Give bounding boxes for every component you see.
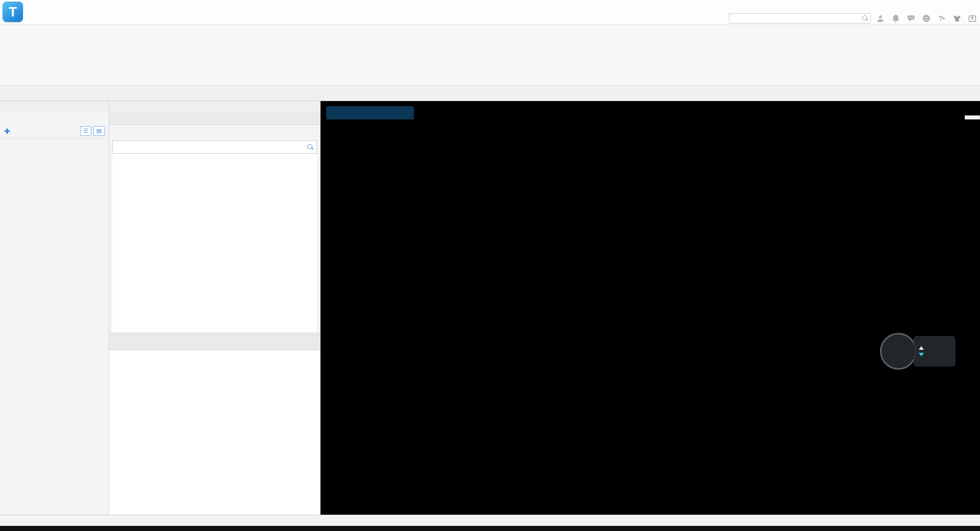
message-chat-icon[interactable] xyxy=(905,13,917,24)
taskbar-strip xyxy=(0,526,980,531)
component-list xyxy=(112,154,317,332)
nav-add-icon[interactable]: ✚ xyxy=(4,127,10,135)
top-area: T ?▾ xyxy=(0,0,980,25)
download-arrow-icon xyxy=(919,353,924,356)
component-panel-strip xyxy=(109,101,320,111)
share-upload-icon[interactable] xyxy=(967,13,978,24)
window-title xyxy=(0,0,980,12)
nav-view-switch: ☰ ▤ xyxy=(80,126,105,136)
view-toolbar xyxy=(965,115,980,119)
mascot-assistant-icon[interactable] xyxy=(921,13,932,24)
component-search-input[interactable] xyxy=(116,143,307,151)
3d-viewport[interactable] xyxy=(321,101,980,515)
titlebar xyxy=(0,0,980,12)
statusbar xyxy=(0,515,980,526)
help-icon[interactable]: ?▾ xyxy=(936,13,947,24)
window-controls xyxy=(910,0,980,11)
component-panel-tabs xyxy=(109,111,320,125)
nav-toolbar: ✚ ☰ ▤ xyxy=(0,124,109,139)
minimize-button[interactable] xyxy=(910,0,933,11)
help-search-box[interactable] xyxy=(729,13,871,23)
ribbon xyxy=(0,25,980,86)
notification-bell-icon[interactable] xyxy=(890,13,901,24)
component-toolbar xyxy=(109,125,320,140)
menubar-right: ?▾ xyxy=(729,12,978,25)
user-avatar-icon[interactable] xyxy=(875,13,886,24)
help-search-input[interactable] xyxy=(731,15,862,22)
nav-card-view-icon[interactable]: ▤ xyxy=(93,126,105,136)
component-search-box[interactable] xyxy=(112,140,317,154)
nav-panel-title xyxy=(0,111,109,124)
main-area: ✚ ☰ ▤ xyxy=(0,101,980,515)
speed-rates xyxy=(914,336,955,367)
close-button[interactable] xyxy=(957,0,980,11)
search-icon[interactable] xyxy=(862,15,868,21)
speed-percent-badge[interactable] xyxy=(880,333,917,370)
maximize-button[interactable] xyxy=(933,0,957,11)
3d-scene xyxy=(321,101,980,515)
component-property-panel xyxy=(109,101,321,515)
nav-list-view-icon[interactable]: ☰ xyxy=(80,126,91,136)
nav-tree xyxy=(0,139,109,515)
component-search-icon[interactable] xyxy=(307,144,313,150)
network-speed-widget xyxy=(880,333,957,370)
panel-splitter[interactable] xyxy=(109,332,320,336)
context-bar xyxy=(0,86,980,101)
property-section xyxy=(109,336,320,515)
property-table xyxy=(109,350,320,515)
upload-arrow-icon xyxy=(919,346,924,350)
property-panel-tabs xyxy=(109,336,320,350)
nav-panel-strip xyxy=(0,101,109,111)
identify-beam-overlay-panel xyxy=(326,106,414,119)
menubar: ?▾ xyxy=(0,12,980,25)
navigation-panel: ✚ ☰ ▤ xyxy=(0,101,109,515)
skin-theme-icon[interactable] xyxy=(951,13,963,24)
